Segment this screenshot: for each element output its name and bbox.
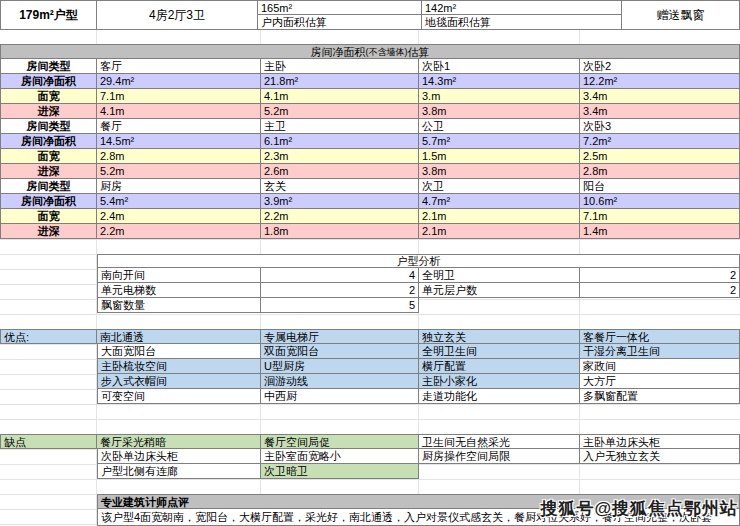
room-width-cell: 2.4m [97, 209, 261, 224]
room-type-cell: 公卫 [419, 119, 580, 134]
room-area-cell: 14.5m² [97, 134, 261, 149]
pros-cell: 多飘窗配置 [580, 389, 740, 404]
area-table: 房间净面积(不含墙体)估算 房间类型 客厅 主卧 次卧1 次卧2 房间净面积 2… [0, 44, 740, 239]
room-area-cell: 12.2m² [580, 74, 740, 89]
row-label: 进深 [0, 164, 97, 179]
header-table: 179m²户型 4房2厅3卫 165m² 户内面积估算 142m² 地毯面积估算… [0, 0, 740, 30]
room-type-cell: 次卫 [419, 179, 580, 194]
room-width-cell: 1.5m [419, 149, 580, 164]
room-area-cell: 5.4m² [97, 194, 261, 209]
spreadsheet-page: 179m²户型 4房2厅3卫 165m² 户内面积估算 142m² 地毯面积估算… [0, 0, 740, 526]
room-area-cell: 4.7m² [419, 194, 580, 209]
room-area-cell: 3.9m² [261, 194, 419, 209]
row-label: 房间净面积 [0, 74, 97, 89]
indoor-area-label-cell: 户内面积估算 [258, 15, 422, 30]
row-label: 房间净面积 [0, 194, 97, 209]
room-type-cell: 阳台 [580, 179, 740, 194]
empty-cell [0, 389, 97, 404]
empty-cell [419, 464, 580, 479]
room-width-cell: 2.1m [419, 209, 580, 224]
room-depth-cell: 2.8m [580, 164, 740, 179]
cons-cell: 厨房操作空间局限 [419, 449, 580, 464]
room-width-cell: 7.1m [580, 209, 740, 224]
layout-cell: 4房2厅3卫 [97, 0, 258, 30]
pros-cell: 干湿分离卫生间 [580, 344, 740, 359]
analysis-label [419, 298, 580, 313]
analysis-value: 4 [261, 268, 419, 283]
room-depth-cell: 4.1m [97, 104, 261, 119]
analysis-table: 户型分析 南向开间 4 全明卫 2 单元电梯数 2 单元层户数 2 飘窗数量 5 [97, 254, 740, 313]
analysis-label: 南向开间 [97, 268, 261, 283]
room-type-cell: 玄关 [261, 179, 419, 194]
empty-cell [0, 374, 97, 389]
cons-cell: 入户无独立玄关 [580, 449, 740, 464]
pros-cell: 全明卫生间 [419, 344, 580, 359]
area-title-tail: 估算 [408, 46, 430, 58]
room-depth-cell: 2.2m [97, 224, 261, 239]
pros-cell: 洄游动线 [261, 374, 419, 389]
room-type-cell: 餐厅 [97, 119, 261, 134]
pros-cell: 南北通透 [97, 329, 261, 344]
row-label: 房间类型 [0, 119, 97, 134]
pros-cell: 独立玄关 [419, 329, 580, 344]
row-label: 面宽 [0, 89, 97, 104]
room-depth-cell: 3.8m [419, 164, 580, 179]
room-type-cell: 厨房 [97, 179, 261, 194]
empty-cell [0, 359, 97, 374]
analysis-label: 单元电梯数 [97, 283, 261, 298]
room-type-cell: 客厅 [97, 59, 261, 74]
room-width-cell: 7.1m [97, 89, 261, 104]
cons-table: 缺点 餐厅采光稍暗 餐厅空间局促 卫生间无自然采光 主卧单边床头柜 次卧单边床头… [0, 434, 740, 479]
room-width-cell: 3.m [419, 89, 580, 104]
room-depth-cell: 1.8m [261, 224, 419, 239]
empty-cell [0, 449, 97, 464]
area-title-main: 房间净面积 [311, 46, 366, 58]
cons-cell: 主卧单边床头柜 [580, 434, 740, 449]
room-width-cell: 2.5m [580, 149, 740, 164]
room-depth-cell: 3.8m [419, 104, 580, 119]
row-label: 房间类型 [0, 59, 97, 74]
room-depth-cell: 2.6m [261, 164, 419, 179]
pros-table: 优点: 南北通透 专属电梯厅 独立玄关 客餐厅一体化 大面宽阳台 双面宽阳台 全… [0, 329, 740, 404]
analysis-label: 单元层户数 [419, 283, 580, 298]
pros-cell: 专属电梯厅 [261, 329, 419, 344]
pros-cell: 步入式衣帽间 [97, 374, 261, 389]
row-label: 面宽 [0, 209, 97, 224]
room-width-cell: 4.1m [261, 89, 419, 104]
pros-label: 优点: [0, 329, 97, 344]
cons-cell: 餐厅空间局促 [261, 434, 419, 449]
room-area-cell: 14.3m² [419, 74, 580, 89]
room-area-cell: 21.8m² [261, 74, 419, 89]
analysis-label: 全明卫 [419, 268, 580, 283]
row-label: 进深 [0, 104, 97, 119]
room-area-cell: 6.1m² [261, 134, 419, 149]
analysis-value [580, 298, 740, 313]
room-area-cell: 10.6m² [580, 194, 740, 209]
room-depth-cell: 3.4m [580, 104, 740, 119]
room-area-cell: 29.4m² [97, 74, 261, 89]
analysis-label: 飘窗数量 [97, 298, 261, 313]
unit-type-cell: 179m²户型 [0, 0, 97, 30]
cons-cell: 户型北侧有连廊 [97, 464, 261, 479]
pros-cell: 双面宽阳台 [261, 344, 419, 359]
row-label: 房间类型 [0, 179, 97, 194]
watermark: 搜狐号@搜狐焦点鄂州站 [540, 497, 738, 520]
room-width-cell: 2.2m [261, 209, 419, 224]
pros-cell: 横厅配置 [419, 359, 580, 374]
room-width-cell: 3.4m [580, 89, 740, 104]
empty-cell [0, 344, 97, 359]
room-area-cell: 5.7m² [419, 134, 580, 149]
room-type-cell: 次卧2 [580, 59, 740, 74]
analysis-title: 户型分析 [97, 254, 740, 268]
pros-cell: 中西厨 [261, 389, 419, 404]
analysis-value: 2 [261, 283, 419, 298]
cons-cell: 餐厅采光稍暗 [97, 434, 261, 449]
pros-cell: U型厨房 [261, 359, 419, 374]
room-type-cell: 主卧 [261, 59, 419, 74]
empty-cell [0, 464, 97, 479]
area-title-note: (不含墙体) [366, 46, 408, 58]
room-type-cell: 次卧1 [419, 59, 580, 74]
pros-cell: 可变空间 [97, 389, 261, 404]
row-label: 房间净面积 [0, 134, 97, 149]
empty-cell [580, 464, 740, 479]
